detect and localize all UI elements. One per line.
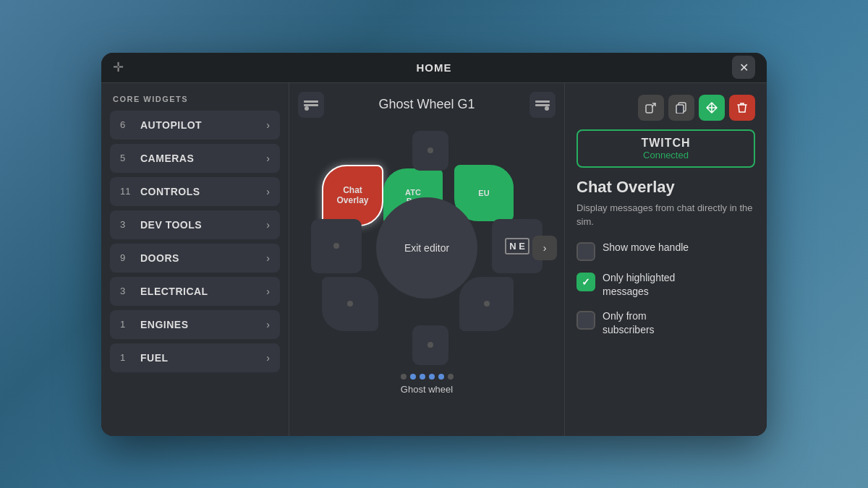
wheel-footer: Ghost wheel: [401, 384, 453, 395]
segment-bottom-right[interactable]: [459, 277, 514, 331]
svg-rect-4: [535, 104, 550, 106]
sidebar-item-engines[interactable]: 1 ENGINES ›: [110, 310, 280, 339]
wheel-header: Ghost Wheel G1: [298, 92, 556, 118]
close-button[interactable]: ✕: [732, 56, 755, 79]
title-bar: ✛ HOME ✕: [101, 53, 767, 83]
right-panel: TWITCH Connected Chat Overlay Display me…: [564, 83, 767, 436]
sidebar-item-autopilot[interactable]: 6 AUTOPILOT ›: [110, 111, 280, 140]
sidebar-item-doors[interactable]: 9 DOORS ›: [110, 244, 280, 273]
svg-point-5: [545, 106, 549, 111]
wheel-next-button[interactable]: ›: [532, 236, 557, 260]
segment-bottom[interactable]: [412, 325, 448, 365]
twitch-status: Connected: [587, 150, 745, 160]
only-highlighted-label: Only highlightedmessages: [603, 271, 675, 299]
chat-overlay-title: Chat Overlay: [576, 178, 755, 197]
middle-panel: Ghost Wheel G1 ChatOverlay ATCBot: [289, 83, 564, 436]
ghost-wheel: ChatOverlay ATCBot EU: [304, 125, 550, 371]
sidebar-item-electrical[interactable]: 3 ELECTRICAL ›: [110, 277, 280, 306]
option-row-highlighted: Only highlightedmessages: [576, 271, 755, 299]
delete-button[interactable]: [729, 95, 755, 121]
chat-overlay-desc: Display messages from chat directly in t…: [576, 201, 755, 229]
only-subscribers-checkbox[interactable]: [576, 311, 595, 330]
segment-chat-overlay[interactable]: ChatOverlay: [322, 165, 383, 226]
modal-title: HOME: [417, 61, 452, 74]
export-button[interactable]: [638, 95, 664, 121]
dot-2: [410, 374, 416, 380]
sidebar-item-controls[interactable]: 11 CONTROLS ›: [110, 177, 280, 206]
ghost-wheel-container: ChatOverlay ATCBot EU: [304, 125, 550, 371]
only-highlighted-checkbox[interactable]: [576, 273, 595, 291]
sidebar-item-cameras[interactable]: 5 CAMERAS ›: [110, 144, 280, 173]
svg-rect-1: [304, 104, 318, 106]
show-move-handle-label: Show move handle: [603, 241, 689, 255]
content-area: CORE WIDGETS 6 AUTOPILOT › 5 CAMERAS › 1…: [101, 83, 767, 436]
wheel-title: Ghost Wheel G1: [324, 97, 529, 112]
svg-rect-8: [676, 105, 684, 114]
show-move-handle-checkbox[interactable]: [576, 242, 595, 261]
svg-rect-3: [535, 100, 550, 103]
svg-point-2: [305, 106, 309, 111]
sidebar-header: CORE WIDGETS: [110, 95, 280, 103]
dot-6: [448, 374, 454, 380]
sidebar: CORE WIDGETS 6 AUTOPILOT › 5 CAMERAS › 1…: [101, 83, 289, 436]
right-panel-toolbar: [576, 95, 755, 121]
segment-bottom-left[interactable]: [322, 277, 378, 331]
drag-icon[interactable]: ✛: [113, 59, 124, 75]
wheel-dots: [401, 374, 454, 380]
segment-top[interactable]: [412, 131, 448, 171]
option-row-move-handle: Show move handle: [576, 241, 755, 261]
sidebar-item-fuel[interactable]: 1 FUEL ›: [110, 343, 280, 372]
segment-left[interactable]: [311, 219, 362, 273]
svg-rect-6: [646, 105, 652, 113]
only-subscribers-label: Only fromsubscribers: [603, 309, 655, 338]
main-modal: ✛ HOME ✕ CORE WIDGETS 6 AUTOPILOT › 5 CA…: [101, 53, 767, 436]
move-button[interactable]: [699, 95, 725, 121]
dot-5: [438, 374, 444, 380]
dot-4: [429, 374, 435, 380]
dot-1: [401, 374, 407, 380]
svg-rect-0: [304, 100, 318, 103]
twitch-badge: TWITCH Connected: [576, 129, 755, 168]
copy-button[interactable]: [668, 95, 694, 121]
sidebar-item-dev-tools[interactable]: 3 DEV TOOLS ›: [110, 210, 280, 239]
wheel-icon-left[interactable]: [298, 92, 324, 118]
wheel-icon-right[interactable]: [529, 92, 556, 118]
option-row-subscribers: Only fromsubscribers: [576, 309, 755, 338]
dot-3: [420, 374, 425, 380]
twitch-name: TWITCH: [587, 137, 745, 150]
wheel-center-button[interactable]: Exit editor: [376, 197, 477, 299]
